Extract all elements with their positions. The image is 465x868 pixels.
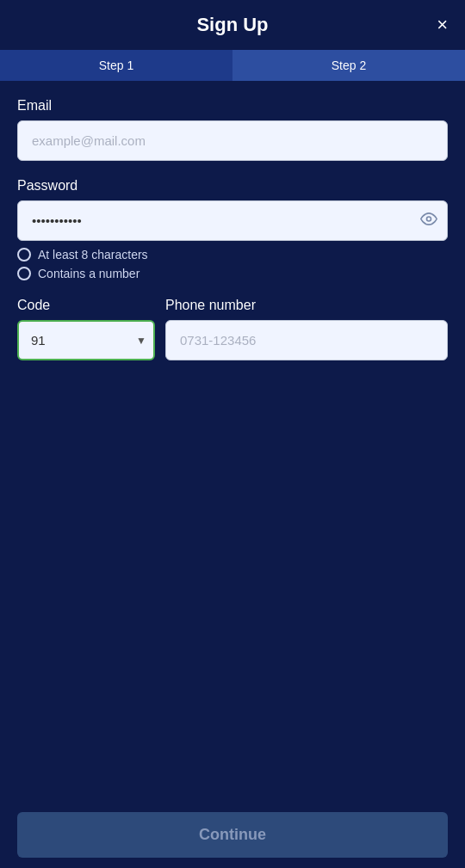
code-select-wrapper: 91 1 44 61 49 ▼	[17, 320, 155, 360]
toggle-password-button[interactable]	[420, 210, 437, 231]
validation-list: At least 8 characters Contains a number	[17, 248, 448, 280]
password-label: Password	[17, 178, 448, 194]
password-input[interactable]	[17, 200, 448, 241]
phone-group: Phone number	[165, 298, 448, 366]
step-1[interactable]: Step 1	[0, 50, 232, 81]
password-group: Password At least 8 characters Contains …	[17, 178, 448, 280]
code-select[interactable]: 91 1 44 61 49	[17, 320, 155, 360]
phone-input-wrapper	[165, 320, 448, 360]
code-phone-row: Code 91 1 44 61 49 ▼ Phone number	[17, 298, 448, 366]
form-area: Email Password At least 8 characters	[0, 81, 465, 802]
email-input[interactable]	[17, 120, 448, 161]
code-group: Code 91 1 44 61 49 ▼	[17, 298, 155, 360]
svg-point-0	[427, 217, 431, 221]
page-title: Sign Up	[196, 14, 268, 36]
password-input-wrapper	[17, 200, 448, 241]
step-2[interactable]: Step 2	[232, 50, 465, 81]
email-input-wrapper	[17, 120, 448, 161]
radio-number	[17, 267, 31, 280]
phone-input[interactable]	[165, 320, 448, 360]
close-button[interactable]: ×	[437, 15, 448, 34]
continue-button[interactable]: Continue	[17, 812, 448, 858]
email-group: Email	[17, 98, 448, 161]
validation-item-number: Contains a number	[17, 267, 448, 280]
validation-item-length: At least 8 characters	[17, 248, 448, 262]
code-label: Code	[17, 298, 155, 313]
footer: Continue	[0, 802, 465, 868]
email-label: Email	[17, 98, 448, 114]
radio-length	[17, 248, 31, 262]
steps-bar: Step 1 Step 2	[0, 50, 465, 81]
phone-label: Phone number	[165, 298, 448, 313]
header: Sign Up ×	[0, 0, 465, 50]
